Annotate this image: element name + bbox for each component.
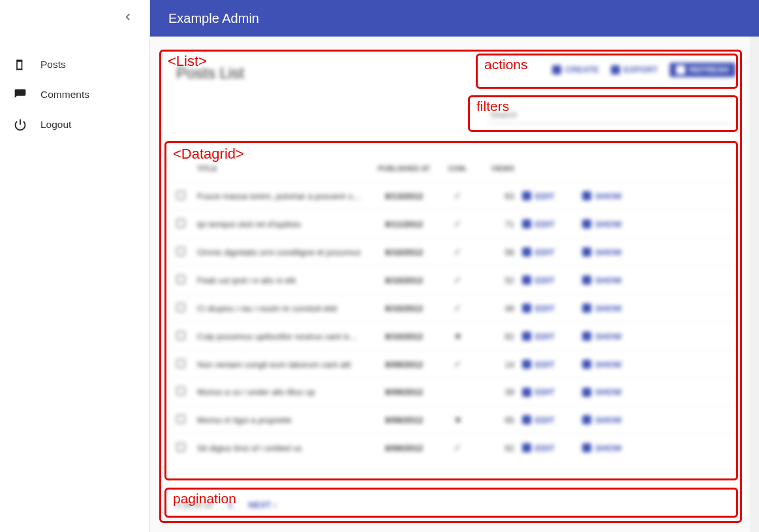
checkbox-icon[interactable] bbox=[176, 191, 185, 200]
edit-button[interactable]: EDIT bbox=[522, 191, 574, 201]
check-icon: ✓ bbox=[454, 218, 462, 229]
edit-button[interactable]: EDIT bbox=[522, 360, 574, 369]
check-icon: ✓ bbox=[454, 302, 462, 313]
sidebar-item-comments[interactable]: Comments bbox=[0, 80, 149, 110]
list-actions: CREATE EXPORT REFRESH bbox=[552, 63, 736, 77]
pagination-next[interactable]: NEXT › bbox=[249, 500, 277, 510]
show-button[interactable]: SHOW bbox=[582, 191, 641, 201]
edit-button[interactable]: EDIT bbox=[522, 387, 574, 397]
col-com[interactable]: COM. bbox=[441, 164, 474, 172]
edit-button[interactable]: EDIT bbox=[522, 247, 574, 257]
export-label: EXPORT bbox=[624, 65, 658, 74]
show-button[interactable]: SHOW bbox=[582, 332, 641, 341]
show-button[interactable]: SHOW bbox=[582, 219, 641, 229]
eye-icon bbox=[582, 219, 591, 228]
col-title[interactable]: TITLE bbox=[197, 164, 367, 172]
star-icon: ★ bbox=[454, 330, 462, 341]
edit-button[interactable]: EDIT bbox=[522, 332, 574, 341]
table-row[interactable]: Feati ust ipsit i e alis ni elit8/10/201… bbox=[176, 266, 733, 294]
eye-icon bbox=[582, 332, 591, 341]
pagination-range: 1-10 of 13 bbox=[176, 501, 212, 510]
pencil-icon bbox=[522, 275, 531, 285]
checkbox-icon[interactable] bbox=[176, 386, 185, 396]
list-title: Posts List bbox=[176, 64, 244, 82]
table-row[interactable]: Ipi temipsi olsit ret d'ispiilois8/11/20… bbox=[176, 210, 733, 238]
eye-icon bbox=[582, 304, 591, 313]
posts-icon bbox=[13, 57, 27, 72]
eye-icon bbox=[582, 388, 591, 397]
edit-button[interactable]: EDIT bbox=[522, 443, 574, 453]
table-row[interactable]: Sit digius tinsi of i onitted us8/08/201… bbox=[176, 433, 733, 462]
table-row[interactable]: Non veniam congit eum laborum cant alit8… bbox=[176, 350, 733, 378]
edit-button[interactable]: EDIT bbox=[522, 415, 574, 425]
checkbox-icon[interactable] bbox=[176, 331, 185, 340]
table-row[interactable]: Culp possimus upitiscillor nostrus cant … bbox=[176, 322, 733, 350]
show-button[interactable]: SHOW bbox=[582, 387, 641, 397]
show-button[interactable]: SHOW bbox=[582, 247, 641, 257]
check-icon: ✓ bbox=[454, 442, 462, 453]
logout-icon bbox=[13, 117, 27, 132]
export-button[interactable]: EXPORT bbox=[611, 63, 658, 77]
show-button[interactable]: SHOW bbox=[582, 443, 641, 453]
sidebar-item-label: Logout bbox=[40, 119, 71, 131]
col-published[interactable]: PUBLISHED AT bbox=[375, 164, 433, 172]
pencil-icon bbox=[522, 415, 531, 424]
col-views[interactable]: VIEWS bbox=[482, 164, 514, 172]
pencil-icon bbox=[522, 388, 531, 397]
search-input[interactable] bbox=[488, 106, 736, 124]
app-bar: Example Admin bbox=[150, 0, 759, 37]
show-button[interactable]: SHOW bbox=[582, 415, 641, 425]
edit-button[interactable]: EDIT bbox=[522, 219, 574, 229]
table-row[interactable]: Omnis dignitatis orni condiligne et posu… bbox=[176, 238, 733, 266]
create-label: CREATE bbox=[565, 65, 598, 74]
check-icon: ✓ bbox=[454, 190, 462, 201]
edit-button[interactable]: EDIT bbox=[522, 275, 574, 285]
chevron-left-icon[interactable] bbox=[122, 11, 134, 25]
datagrid: TITLE PUBLISHED AT COM. VIEWS Fusce mass… bbox=[176, 161, 733, 462]
checkbox-icon[interactable] bbox=[176, 359, 185, 368]
refresh-label: REFRESH bbox=[689, 65, 729, 74]
table-row[interactable]: Fusce massa lorem, pulvinar a posuere u…… bbox=[176, 181, 733, 210]
pencil-icon bbox=[522, 219, 531, 228]
sidebar-item-logout[interactable]: Logout bbox=[0, 110, 149, 140]
sidebar-item-posts[interactable]: Posts bbox=[0, 50, 149, 80]
pagination: 1-10 of 13 1 NEXT › bbox=[176, 500, 276, 510]
show-button[interactable]: SHOW bbox=[582, 304, 641, 313]
pencil-icon bbox=[522, 191, 531, 200]
create-button[interactable]: CREATE bbox=[552, 63, 598, 77]
pencil-icon bbox=[522, 304, 531, 313]
check-icon: ✓ bbox=[454, 358, 462, 369]
pencil-icon bbox=[522, 443, 531, 452]
plus-icon bbox=[552, 65, 561, 74]
pencil-icon bbox=[522, 247, 531, 257]
eye-icon bbox=[582, 443, 591, 452]
pagination-page[interactable]: 1 bbox=[228, 500, 232, 510]
download-icon bbox=[611, 65, 620, 74]
eye-icon bbox=[582, 415, 591, 424]
checkbox-icon[interactable] bbox=[176, 275, 185, 284]
checkbox-icon[interactable] bbox=[176, 415, 185, 424]
table-row[interactable]: Morius a us i onder alls illius up8/09/2… bbox=[176, 378, 733, 405]
sidebar-header bbox=[0, 0, 149, 37]
checkbox-icon[interactable] bbox=[176, 303, 185, 312]
checkbox-icon[interactable] bbox=[176, 219, 185, 228]
list-filters bbox=[488, 103, 736, 127]
pencil-icon bbox=[522, 332, 531, 341]
pencil-icon bbox=[522, 360, 531, 369]
show-button[interactable]: SHOW bbox=[582, 275, 641, 285]
checkbox-icon[interactable] bbox=[176, 443, 185, 452]
main: Example Admin Posts List CREATE EXPORT R… bbox=[150, 0, 759, 532]
refresh-icon bbox=[676, 65, 685, 74]
comments-icon bbox=[13, 87, 27, 102]
check-icon: ✓ bbox=[454, 274, 462, 285]
show-button[interactable]: SHOW bbox=[582, 360, 641, 369]
table-row[interactable]: Ci diupiss i ras i nostri re constuit el… bbox=[176, 294, 733, 322]
refresh-button[interactable]: REFRESH bbox=[670, 63, 736, 77]
eye-icon bbox=[582, 247, 591, 257]
table-row[interactable]: Moriss iri ligui a propretie8/08/2012★65… bbox=[176, 405, 733, 433]
list-card: Posts List CREATE EXPORT REFRESH TITLE P… bbox=[163, 52, 746, 519]
checkbox-icon[interactable] bbox=[176, 247, 185, 256]
app-title: Example Admin bbox=[168, 11, 259, 26]
check-icon: ✓ bbox=[454, 246, 462, 257]
edit-button[interactable]: EDIT bbox=[522, 304, 574, 313]
